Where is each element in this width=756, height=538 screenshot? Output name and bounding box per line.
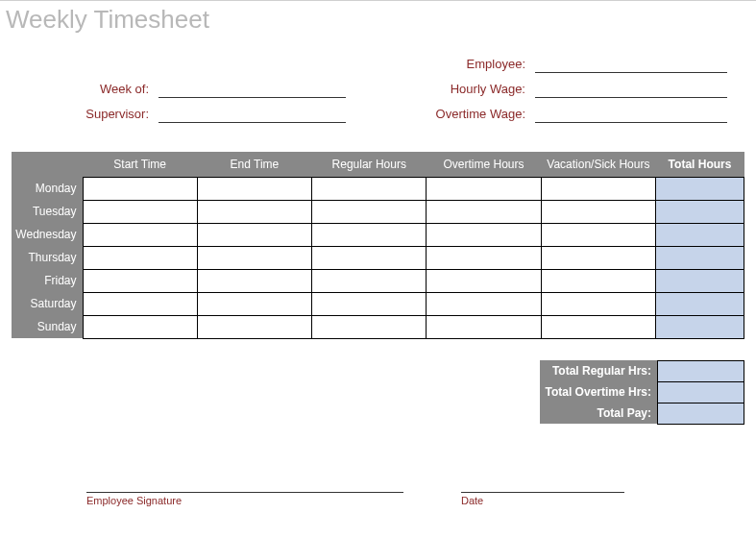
table-row: Wednesday	[12, 223, 744, 246]
hours-cell[interactable]	[541, 269, 655, 292]
hourly-wage-input[interactable]	[535, 81, 727, 98]
total-hours-cell[interactable]	[656, 200, 744, 223]
hours-cell[interactable]	[83, 269, 197, 292]
hours-cell[interactable]	[541, 315, 655, 338]
day-label: Thursday	[12, 246, 83, 269]
timesheet-table: Start Time End Time Regular Hours Overti…	[12, 152, 744, 339]
hours-cell[interactable]	[541, 200, 655, 223]
employee-label: Employee:	[467, 57, 529, 73]
header-fields: Employee: Week of: Hourly Wage: Supervis…	[0, 35, 756, 133]
hours-cell[interactable]	[197, 315, 311, 338]
hours-cell[interactable]	[427, 200, 541, 223]
col-regular-hours: Regular Hours	[312, 152, 427, 177]
hours-cell[interactable]	[427, 177, 541, 200]
hours-cell[interactable]	[541, 223, 655, 246]
col-total-hours: Total Hours	[656, 152, 744, 177]
day-label: Wednesday	[12, 223, 83, 246]
day-label: Monday	[12, 177, 83, 200]
overtime-wage-input[interactable]	[535, 106, 727, 123]
table-row: Saturday	[12, 292, 744, 315]
hours-cell[interactable]	[541, 292, 655, 315]
total-hours-cell[interactable]	[656, 177, 744, 200]
total-hours-cell[interactable]	[656, 315, 744, 338]
total-pay-value[interactable]	[658, 403, 744, 424]
hours-cell[interactable]	[312, 315, 427, 338]
hours-cell[interactable]	[312, 292, 427, 315]
supervisor-input[interactable]	[159, 106, 346, 123]
col-start-time: Start Time	[83, 152, 197, 177]
hours-cell[interactable]	[197, 292, 311, 315]
week-of-label: Week of:	[100, 82, 153, 98]
supervisor-label: Supervisor:	[85, 107, 153, 123]
employee-date-line[interactable]: Date	[461, 492, 624, 506]
total-hours-cell[interactable]	[656, 269, 744, 292]
hours-cell[interactable]	[541, 177, 655, 200]
hours-cell[interactable]	[83, 223, 197, 246]
total-overtime-value[interactable]	[658, 381, 744, 403]
hours-cell[interactable]	[312, 200, 427, 223]
total-pay-label: Total Pay:	[540, 403, 658, 424]
table-row: Monday	[12, 177, 744, 200]
day-label: Tuesday	[12, 200, 83, 223]
employee-date-label: Date	[461, 493, 624, 506]
table-row: Sunday	[12, 315, 744, 338]
employee-signature-line[interactable]: Employee Signature	[86, 492, 403, 506]
hours-cell[interactable]	[312, 223, 427, 246]
page-title: Weekly Timesheet	[0, 1, 756, 35]
day-label: Friday	[12, 269, 83, 292]
hours-cell[interactable]	[83, 315, 197, 338]
employee-signature-label: Employee Signature	[86, 493, 403, 506]
hours-cell[interactable]	[427, 269, 541, 292]
hours-cell[interactable]	[427, 223, 541, 246]
total-overtime-label: Total Overtime Hrs:	[540, 381, 658, 403]
total-regular-label: Total Regular Hrs:	[540, 360, 658, 381]
hours-cell[interactable]	[197, 269, 311, 292]
hours-cell[interactable]	[427, 315, 541, 338]
totals-block: Total Regular Hrs: Total Overtime Hrs: T…	[540, 360, 744, 425]
hours-cell[interactable]	[83, 292, 197, 315]
hours-cell[interactable]	[197, 177, 311, 200]
hours-cell[interactable]	[427, 246, 541, 269]
col-overtime-hours: Overtime Hours	[427, 152, 541, 177]
day-label: Saturday	[12, 292, 83, 315]
hours-cell[interactable]	[312, 246, 427, 269]
hours-cell[interactable]	[83, 200, 197, 223]
hours-cell[interactable]	[83, 246, 197, 269]
table-corner	[12, 152, 83, 177]
day-label: Sunday	[12, 315, 83, 338]
hours-cell[interactable]	[541, 246, 655, 269]
hours-cell[interactable]	[83, 177, 197, 200]
hourly-wage-label: Hourly Wage:	[451, 82, 529, 98]
table-row: Friday	[12, 269, 744, 292]
hours-cell[interactable]	[312, 177, 427, 200]
hours-cell[interactable]	[197, 246, 311, 269]
col-end-time: End Time	[197, 152, 311, 177]
overtime-wage-label: Overtime Wage:	[436, 107, 529, 123]
hours-cell[interactable]	[197, 200, 311, 223]
week-of-input[interactable]	[159, 81, 346, 98]
total-regular-value[interactable]	[658, 360, 744, 381]
table-row: Thursday	[12, 246, 744, 269]
col-vacation-hours: Vacation/Sick Hours	[541, 152, 655, 177]
total-hours-cell[interactable]	[656, 246, 744, 269]
total-hours-cell[interactable]	[656, 292, 744, 315]
hours-cell[interactable]	[312, 269, 427, 292]
employee-input[interactable]	[535, 56, 727, 73]
signatures: Employee Signature Date Supervisor Signa…	[0, 425, 756, 539]
total-hours-cell[interactable]	[656, 223, 744, 246]
hours-cell[interactable]	[427, 292, 541, 315]
hours-cell[interactable]	[197, 223, 311, 246]
table-row: Tuesday	[12, 200, 744, 223]
